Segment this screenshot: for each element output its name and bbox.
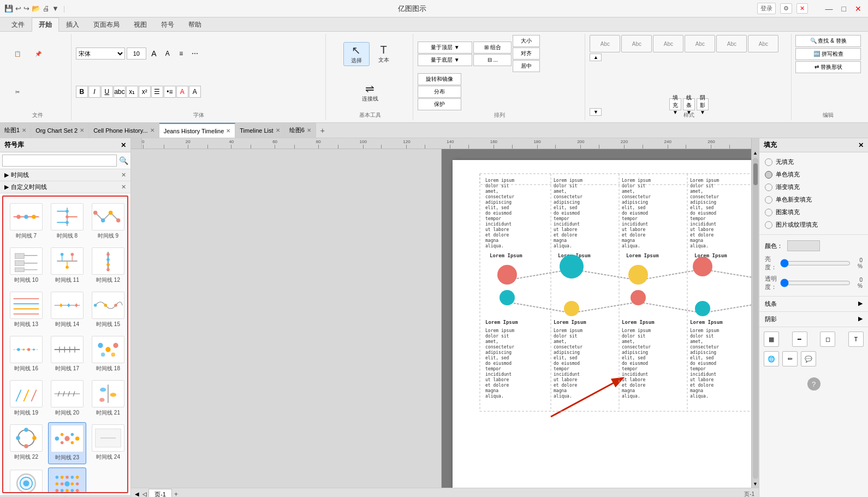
fill-btn[interactable]: 填充▼ [669, 98, 681, 110]
style-5[interactable]: Abc [716, 35, 747, 52]
rotate-btn[interactable]: 旋转和镜像 [418, 73, 461, 85]
align-btn[interactable]: ≡ [175, 48, 187, 60]
maximize-btn[interactable]: □ [840, 3, 848, 14]
bottom-node-1[interactable] [500, 290, 515, 305]
redo-icon[interactable]: ↪ [23, 4, 29, 13]
more-btn[interactable]: ⋯ [189, 48, 201, 60]
open-icon[interactable]: 📂 [32, 4, 40, 13]
btn-paste[interactable]: 📌 [28, 50, 48, 58]
doc-tab-orgchart[interactable]: Org Chart Set 2 ✕ [31, 123, 89, 138]
canvas-scroll-area[interactable]: Lorem ipsum dolor sit amet, consectetur … [442, 149, 752, 488]
sidebar-item-tl16[interactable]: 时间线 16 [8, 334, 45, 375]
strikethrough-btn[interactable]: abc [114, 86, 126, 98]
font-size-input[interactable] [127, 48, 146, 60]
tab-symbol[interactable]: 符号 [154, 17, 181, 32]
connect-tool-btn[interactable]: ⇌ 连接线 [357, 81, 383, 104]
scroll-thumb[interactable] [753, 163, 758, 185]
transparency-slider[interactable] [780, 279, 851, 287]
doc-tab-timeline-list[interactable]: Timeline List ✕ [235, 123, 284, 138]
color-picker-btn[interactable] [787, 240, 820, 251]
top-node-2[interactable] [560, 255, 584, 279]
bottom-node-4[interactable] [695, 301, 710, 316]
distribute-btn[interactable]: 分布 [418, 86, 461, 98]
sidebar-item-tl18[interactable]: 时间线 18 [90, 334, 127, 375]
rp-globe-icon-btn[interactable]: 🌐 [764, 351, 779, 366]
group-btn[interactable]: ⊞ 组合 [473, 42, 512, 54]
sidebar-item-tl14[interactable]: 时间线 14 [48, 289, 86, 330]
align-arrange-btn[interactable]: 对齐 [513, 48, 540, 60]
top-node-3[interactable] [628, 265, 648, 285]
close-btn[interactable]: ✕ [853, 3, 864, 14]
fill-solid-gradient-radio[interactable] [765, 196, 772, 204]
rp-edit-icon-btn[interactable]: ✏ [782, 351, 798, 366]
rp-shadow-icon-btn[interactable]: ◻ [820, 332, 835, 347]
btn-cut[interactable]: ✂ [8, 88, 27, 96]
section-timeline-close[interactable]: ✕ [121, 171, 126, 179]
replace-shape-btn[interactable]: ⇄ 替换形状 [795, 61, 861, 73]
save-icon[interactable]: 💾 [4, 4, 13, 13]
style-down-btn[interactable]: ▼ [590, 108, 602, 116]
fill-gradient-radio[interactable] [765, 184, 772, 191]
sidebar-item-tl24[interactable]: 时间线 24 [90, 422, 127, 464]
text-tool-btn[interactable]: T 文本 [371, 43, 397, 65]
tab-help[interactable]: 帮助 [181, 17, 209, 32]
style-up-btn[interactable]: ▲ [590, 54, 602, 61]
page-tab-prev-btn[interactable]: ◀ [133, 491, 141, 497]
doc-tab-timeline-list-close[interactable]: ✕ [276, 127, 280, 133]
style-2[interactable]: Abc [621, 35, 652, 52]
sidebar-item-tl22[interactable]: 时间线 22 [8, 422, 45, 464]
font-color-btn[interactable]: A [176, 86, 188, 98]
protect-btn[interactable]: 保护 [418, 98, 461, 110]
fill-image-option[interactable]: 图片或纹理填充 [765, 218, 863, 231]
font-shrink-btn[interactable]: A [162, 48, 174, 60]
doc-tab-drawing1-close[interactable]: ✕ [22, 127, 26, 133]
find-replace-btn[interactable]: 🔍 查找 & 替换 [795, 35, 861, 47]
section-custom-close[interactable]: ✕ [121, 184, 126, 191]
settings-btn[interactable]: ⚙ [780, 3, 792, 14]
highlight-btn[interactable]: A [189, 86, 201, 98]
rp-chat-icon-btn[interactable]: 💬 [801, 351, 816, 366]
style-3[interactable]: Abc [653, 35, 683, 52]
sidebar-item-tl12[interactable]: 时间线 12 [90, 245, 127, 286]
subscript-btn[interactable]: x₁ [126, 86, 138, 98]
fill-none-radio[interactable] [765, 158, 772, 166]
bullet-btn[interactable]: •≡ [164, 86, 176, 98]
sidebar-item-tl11[interactable]: 时间线 11 [48, 245, 86, 286]
bottom-node-2[interactable] [564, 301, 579, 316]
doc-tab-jeans[interactable]: Jeans History Timeline ✕ [159, 123, 236, 138]
sidebar-item-tl13[interactable]: 时间线 13 [8, 289, 45, 330]
sidebar-item-tl23[interactable]: 时间线 23 [48, 422, 86, 464]
top-node-4[interactable] [693, 257, 712, 276]
sidebar-item-tl10[interactable]: 时间线 10 [8, 245, 45, 286]
close-app-btn[interactable]: ✕ [796, 3, 808, 14]
italic-btn[interactable]: I [88, 86, 100, 98]
login-btn[interactable]: 登录 [757, 3, 776, 14]
fill-solid-radio[interactable] [765, 171, 772, 179]
sidebar-item-tl7[interactable]: 时间线 7 [8, 201, 45, 242]
center-btn[interactable]: 居中 [513, 60, 540, 72]
sidebar-section-timeline[interactable]: ▶ 时间线 ✕ [0, 169, 130, 181]
rp-text-icon-btn[interactable]: T [848, 332, 864, 347]
fill-gradient-option[interactable]: 渐变填充 [765, 181, 863, 193]
sidebar-item-tl17[interactable]: 时间线 17 [48, 334, 86, 375]
page-tab-prev2-btn[interactable]: ◁ [141, 491, 148, 497]
bring-to-front-btn[interactable]: 量于顶层 ▼ [418, 42, 472, 54]
list-btn[interactable]: ☰ [151, 86, 163, 98]
customize-icon[interactable]: ▼ [52, 4, 59, 13]
send-to-back-btn[interactable]: 量于底层 ▼ [418, 54, 472, 66]
shadow-btn[interactable]: 阴影▼ [697, 98, 709, 110]
tab-layout[interactable]: 页面布局 [86, 17, 127, 32]
brightness-slider[interactable] [780, 259, 851, 268]
sidebar-item-tl21[interactable]: 时间线 21 [90, 378, 127, 419]
doc-tab-drawing6-close[interactable]: ✕ [307, 127, 311, 133]
right-panel-close-btn[interactable]: ✕ [858, 141, 864, 149]
sidebar-item-tl25[interactable]: 时间线 25 [8, 468, 45, 492]
rp-line-icon-btn[interactable]: ━ [792, 332, 807, 347]
fill-solid-option[interactable]: 单色填充 [765, 168, 863, 181]
scroll-track[interactable] [753, 158, 758, 479]
doc-tab-drawing6[interactable]: 绘图6 ✕ [285, 123, 316, 138]
fill-image-radio[interactable] [765, 221, 772, 229]
line-btn[interactable]: 线条▼ [683, 98, 695, 110]
style-1[interactable]: Abc [590, 35, 620, 52]
scroll-down-btn[interactable]: ▼ [752, 480, 759, 488]
